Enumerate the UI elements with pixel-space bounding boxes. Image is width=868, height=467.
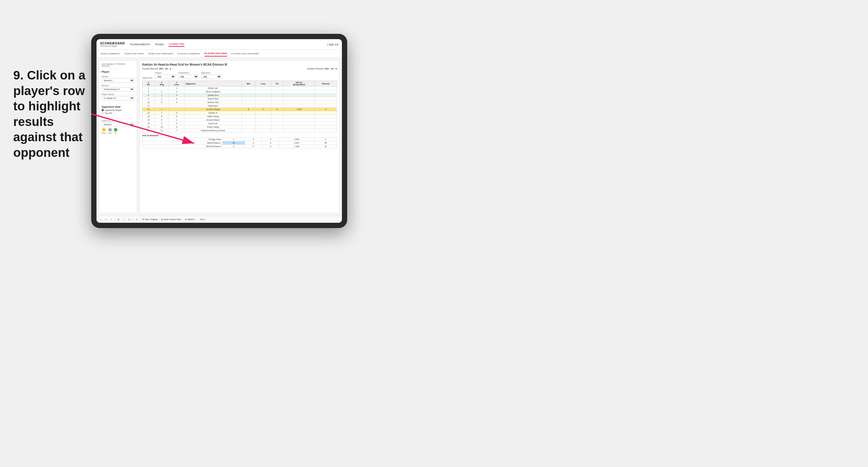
h2h-table: #Div #Reg #Conf Opponent Win Loss Tie Di… [142,81,337,132]
table-row[interactable]: 613Sydney Kuo [143,94,337,97]
tab-player-h2h-grid[interactable]: PLAYER H2H GRID [205,51,227,57]
radio-dot-selected [101,109,104,111]
table-row[interactable]: 1063Andrea York [143,101,337,104]
refresh-btn[interactable]: ↺ [135,218,138,221]
out-of-division-label: Out of division [142,134,337,137]
view-original-btn[interactable]: 👁 View: Original [142,218,157,220]
th-diff: Diff AvStrokes/Rnd [283,81,314,87]
th-conf: #Conf [168,81,184,87]
out-div-table: Foreign Team1004.5002NAIA Division 11500… [142,137,337,148]
filter-opponent: Opponent (All) [201,72,222,79]
legend-dot-green [114,128,117,131]
legend-dot-yellow [102,128,105,131]
colour-by-select[interactable]: Win/loss [101,122,134,127]
gender-label: Gender [101,75,134,78]
filter-region: Region (All) [155,72,176,79]
radio-top100[interactable]: Top 100 [101,112,134,114]
opponent-filter-label: Opponent [201,72,222,74]
toolbar-sep-6 [196,218,197,221]
redo-btn[interactable]: ↩ [104,218,108,221]
share-btn[interactable]: Share [198,218,206,221]
table-row[interactable]: 914Sharon Mun [143,97,337,101]
forward-btn[interactable]: ↪ [110,218,113,221]
filter-conference: Conference (All) [178,72,198,79]
toolbar-sep-3 [140,218,141,221]
colour-by-label: Colour by [101,120,134,122]
main-content: Last Updated: 27/03/2024 16:55:28 Player… [96,58,342,216]
tab-player-summary[interactable]: PLAYER SUMMARY [178,51,200,56]
tab-team-summary[interactable]: TEAM SUMMARY [100,51,120,56]
out-div-row[interactable]: NAIA Division 115009.26730 [143,141,337,145]
annotation-text: 9. Click on a player's row to highlight … [13,68,91,160]
nav-links: TOURNAMENTS TEAMS COMMITTEE [129,42,327,47]
radio-dot-top100 [101,112,104,114]
legend-level: Level [108,128,112,134]
table-row[interactable]: 1585Stella Cheng [143,115,337,118]
grid-btn[interactable]: ⊞ [117,218,120,221]
out-div-row[interactable]: Foreign Team1004.5002 [143,138,337,141]
opponent-filter-select[interactable]: (All) [201,74,222,79]
watch-btn[interactable]: 👁 Watch ▾ [185,218,195,221]
panel-divider-1 [101,103,134,103]
division-select[interactable]: NCAA Division III [101,87,134,92]
filter-opponents: Opponents: [142,77,153,79]
table-row[interactable]: 131Jessica Huang010-3.002 [143,108,337,111]
undo-btn[interactable]: ↩ [99,218,102,221]
table-row[interactable]: 31Esther Lee [143,87,337,90]
target-btn[interactable]: ⊡ [127,218,131,221]
tablet-screen: SCOREBOARD Powered by clippd TOURNAMENTS… [96,39,342,223]
table-row[interactable]: 20117Federica Domecq Lacroze [143,129,337,132]
legend-up: Up [114,128,117,134]
opponent-view-title: Opponent view [101,105,134,108]
legend-dots: Down Level Up [101,128,134,134]
arrow-btn[interactable]: ↙ [122,218,126,221]
player-section-title: Player [101,70,134,73]
left-panel: Last Updated: 27/03/2024 16:55:28 Player… [99,60,137,213]
tab-player-h2h-heatmap[interactable]: PLAYER H2H HEATMAP [231,51,259,56]
out-div-row[interactable]: NCAA Division 25007.40010 [143,145,337,148]
tab-team-h2h-heatmap[interactable]: TEAM H2H HEATMAP [148,51,173,56]
table-row[interactable]: 522Alexis Sudjianto [143,90,337,94]
gender-select[interactable]: Women's [101,78,134,83]
table-row[interactable]: 11Haeji Hyun [143,104,337,108]
table-header-row: #Div #Reg #Conf Opponent Win Loss Tie Di… [143,81,337,87]
toolbar: ↩ ↩ ↪ ⊞ ↙ ⊡ ↺ 👁 View: Original ⊞ Save Cu… [96,216,342,223]
th-loss: Loss [255,81,271,87]
th-div: #Div [143,81,155,87]
th-win: Win [242,81,255,87]
nav-committee[interactable]: COMMITTEE [168,42,185,47]
th-rounds: Rounds [315,81,337,87]
logo-text: SCOREBOARD [100,41,125,45]
record-row: Overall Record: 353 - 34 - 6 Division Re… [142,67,337,70]
table-row[interactable]: 1474Eunice Yi [143,111,337,115]
table-row[interactable]: 1822Euna Lee [143,122,337,125]
colour-section: Colour by Win/loss Down Level [101,120,134,134]
toolbar-sep-5 [183,218,183,221]
region-filter-select[interactable]: (All) [155,74,176,79]
conference-filter-label: Conference [178,72,198,74]
filters-row: Opponents: Region (All) Conference (All) [142,72,337,79]
conference-filter-select[interactable]: (All) [178,74,198,79]
division-label: Division [101,85,134,87]
nav-bar: SCOREBOARD Powered by clippd TOURNAMENTS… [96,39,342,50]
table-row[interactable]: 1691Jessica Mason [143,118,337,122]
legend-down: Down [101,128,106,134]
tab-team-h2h-grid[interactable]: TEAM H2H GRID [124,51,144,56]
save-custom-view-btn[interactable]: ⊞ Save Custom View [161,218,181,221]
th-reg: #Reg [155,81,168,87]
nav-teams[interactable]: TEAMS [155,42,164,46]
logo-area: SCOREBOARD Powered by clippd [100,41,125,47]
toolbar-sep-4 [159,218,159,221]
sign-out[interactable]: | Sign out [327,43,338,46]
right-panel: Katelyn Vo Head-to-Head Grid for Women's… [140,60,340,213]
table-row[interactable]: 19106Emily Chang [143,125,337,129]
player-rank-select[interactable]: 8. Katelyn Vo [101,96,134,100]
radio-opponents-played[interactable]: Opponents Played [101,109,134,111]
sub-nav: TEAM SUMMARY TEAM H2H GRID TEAM H2H HEAT… [96,50,342,58]
logo-sub: Powered by clippd [100,45,125,47]
opponent-view-section: Opponent view Opponents Played Top 100 [101,105,134,115]
toolbar-sep-2 [133,218,133,221]
th-opponent: Opponent [185,81,242,87]
nav-tournaments[interactable]: TOURNAMENTS [129,42,150,46]
opponents-label: Opponents: [142,77,153,79]
